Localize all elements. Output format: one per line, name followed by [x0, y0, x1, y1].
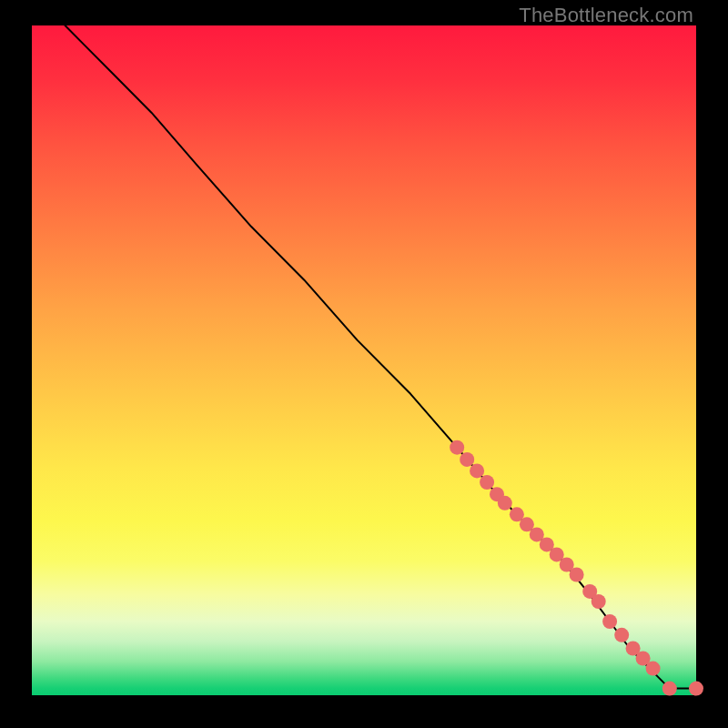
attribution-text: TheBottleneck.com	[519, 4, 693, 27]
marker-dot	[646, 662, 661, 676]
chart-stage: TheBottleneck.com	[0, 0, 728, 728]
marker-dot	[570, 568, 584, 582]
chart-svg	[32, 25, 696, 695]
scatter-markers	[450, 440, 703, 696]
plot-area	[32, 25, 696, 695]
marker-dot	[460, 452, 474, 467]
marker-dot	[480, 475, 494, 490]
marker-dot	[450, 440, 464, 455]
marker-dot	[614, 628, 629, 642]
marker-dot	[470, 463, 484, 478]
marker-dot	[592, 594, 606, 609]
marker-dot	[498, 496, 512, 511]
marker-dot	[602, 614, 617, 629]
curve-path	[66, 25, 697, 689]
marker-dot	[689, 682, 703, 696]
marker-dot	[662, 682, 677, 696]
curve-line	[66, 25, 697, 689]
